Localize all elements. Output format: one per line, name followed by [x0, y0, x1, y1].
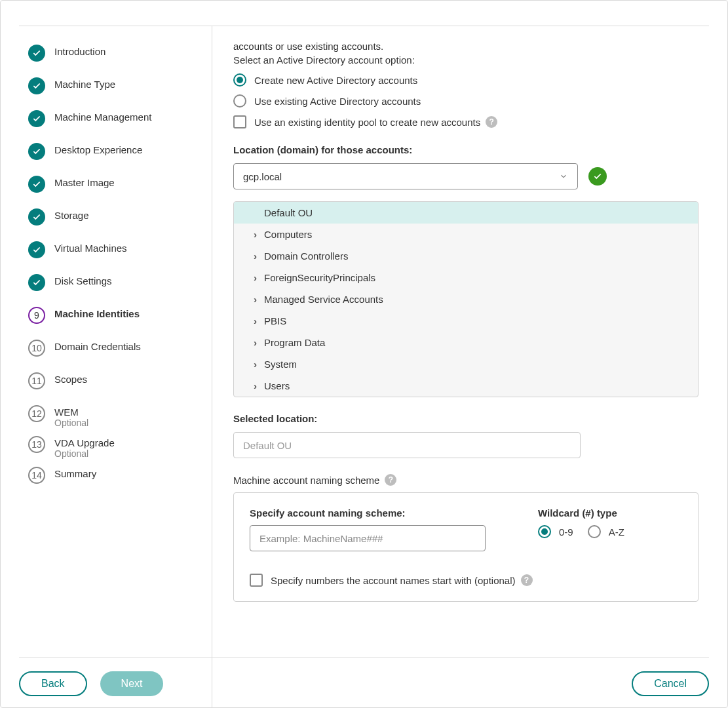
wizard-step[interactable]: 10Domain Credentials	[28, 340, 212, 357]
radio-create-label: Create new Active Directory accounts	[254, 75, 417, 86]
naming-scheme-heading: Machine account naming scheme ?	[233, 474, 699, 486]
chevron-right-icon: ›	[254, 359, 260, 370]
wizard-step[interactable]: Master Image	[28, 176, 212, 193]
step-label: VDA Upgrade	[54, 437, 115, 448]
chevron-right-icon: ›	[254, 294, 260, 305]
wizard-step[interactable]: Introduction	[28, 45, 212, 62]
checkbox-identity-pool[interactable]: Use an existing identity pool to create …	[233, 115, 699, 128]
help-icon[interactable]: ?	[385, 474, 396, 486]
ou-item-label: ForeignSecurityPrincipals	[264, 272, 375, 283]
ou-tree-item[interactable]: ›Program Data	[234, 332, 698, 353]
wildcard-az-label: A-Z	[609, 526, 624, 538]
chevron-right-icon: ›	[254, 272, 260, 283]
naming-scheme-input[interactable]	[250, 525, 486, 551]
checkbox-start-numbers[interactable]: Specify numbers the account names start …	[250, 574, 682, 587]
help-icon[interactable]: ?	[521, 574, 533, 586]
ou-item-label: Default OU	[264, 207, 313, 218]
step-label: Machine Identities	[54, 308, 140, 319]
specify-scheme-label: Specify account naming scheme:	[250, 507, 486, 519]
radio-use-existing-ad[interactable]: Use existing Active Directory accounts	[233, 94, 699, 108]
radio-icon	[233, 73, 246, 87]
wizard-step[interactable]: Machine Management	[28, 110, 212, 127]
step-sublabel: Optional	[54, 418, 88, 428]
step-label: Virtual Machines	[54, 243, 127, 254]
step-sublabel: Optional	[54, 448, 115, 459]
wizard-footer: Back Next Cancel	[19, 658, 709, 697]
checkbox-pool-label: Use an existing identity pool to create …	[254, 117, 480, 128]
ou-tree-item[interactable]: ›ForeignSecurityPrincipals	[234, 267, 698, 288]
wizard-step[interactable]: 13VDA UpgradeOptional	[28, 436, 212, 459]
chevron-right-icon: ›	[254, 250, 260, 262]
selected-location-label: Selected location:	[233, 413, 699, 424]
ou-tree: Default OU›Computers›Domain Controllers›…	[233, 201, 699, 397]
ou-item-label: Users	[264, 380, 290, 391]
wizard-step[interactable]: Virtual Machines	[28, 241, 212, 258]
wizard-step[interactable]: 9Machine Identities	[28, 307, 212, 324]
checkbox-icon	[250, 574, 263, 587]
ou-item-label: System	[264, 359, 297, 370]
step-label: Desktop Experience	[54, 144, 142, 155]
check-icon	[28, 274, 45, 291]
ou-item-label: Domain Controllers	[264, 250, 348, 262]
wizard-step[interactable]: 11Scopes	[28, 372, 212, 389]
chevron-down-icon	[559, 172, 568, 181]
step-label: Domain Credentials	[54, 341, 141, 352]
step-number-badge: 10	[28, 340, 45, 357]
check-icon	[28, 241, 45, 258]
start-numbers-label: Specify numbers the account names start …	[271, 575, 516, 586]
next-button[interactable]: Next	[100, 671, 164, 696]
intro-text-tail: accounts or use existing accounts.	[233, 41, 699, 52]
wildcard-type-label: Wildcard (#) type	[538, 507, 624, 519]
wizard-sidebar: IntroductionMachine TypeMachine Manageme…	[19, 26, 212, 707]
help-icon[interactable]: ?	[486, 116, 497, 128]
ou-tree-item[interactable]: ›System	[234, 353, 698, 375]
radio-existing-label: Use existing Active Directory accounts	[254, 96, 421, 107]
naming-scheme-panel: Specify account naming scheme: Wildcard …	[233, 492, 699, 602]
wizard-step[interactable]: 12WEMOptional	[28, 405, 212, 428]
ou-item-label: Program Data	[264, 337, 325, 348]
step-number-badge: 12	[28, 405, 45, 422]
radio-create-new-ad[interactable]: Create new Active Directory accounts	[233, 73, 699, 87]
step-label: Storage	[54, 210, 89, 221]
step-label: Scopes	[54, 374, 87, 385]
ou-item-label: Managed Service Accounts	[264, 294, 383, 305]
cancel-button[interactable]: Cancel	[632, 671, 709, 696]
location-label: Location (domain) for those accounts:	[233, 144, 699, 155]
chevron-right-icon: ›	[254, 337, 260, 348]
wizard-main-panel: accounts or use existing accounts. Selec…	[212, 26, 709, 707]
radio-wildcard-az[interactable]: A-Z	[588, 525, 624, 538]
step-label: Master Image	[54, 177, 115, 188]
wizard-step[interactable]: 14Summary	[28, 467, 212, 484]
wizard-step[interactable]: Disk Settings	[28, 274, 212, 291]
ou-tree-item[interactable]: ›Domain Controllers	[234, 245, 698, 267]
check-icon	[28, 45, 45, 62]
domain-value: gcp.local	[243, 171, 282, 182]
domain-select[interactable]: gcp.local	[233, 163, 578, 189]
wizard-step[interactable]: Storage	[28, 208, 212, 226]
ou-tree-item[interactable]: ›PBIS	[234, 310, 698, 332]
step-label: Summary	[54, 468, 96, 479]
step-label: Machine Type	[54, 79, 115, 90]
wizard-step[interactable]: Desktop Experience	[28, 143, 212, 160]
ou-item-label: PBIS	[264, 315, 286, 326]
radio-icon	[538, 525, 551, 538]
wizard-step[interactable]: Machine Type	[28, 77, 212, 94]
ou-tree-item[interactable]: ›Managed Service Accounts	[234, 288, 698, 310]
step-label: Machine Management	[54, 111, 151, 123]
domain-valid-icon	[588, 167, 607, 186]
step-number-badge: 13	[28, 436, 45, 453]
check-icon	[28, 176, 45, 193]
check-icon	[28, 110, 45, 127]
radio-icon	[588, 525, 601, 538]
ou-tree-item[interactable]: ›Users	[234, 375, 698, 397]
ou-tree-item[interactable]: ›Computers	[234, 224, 698, 245]
radio-wildcard-09[interactable]: 0-9	[538, 525, 573, 538]
wildcard-09-label: 0-9	[559, 526, 573, 538]
step-number-badge: 11	[28, 372, 45, 389]
ou-tree-item[interactable]: Default OU	[234, 202, 698, 224]
check-icon	[28, 143, 45, 160]
back-button[interactable]: Back	[19, 671, 87, 696]
step-label: Introduction	[54, 46, 105, 57]
chevron-right-icon: ›	[254, 380, 260, 391]
step-number-badge: 14	[28, 467, 45, 484]
